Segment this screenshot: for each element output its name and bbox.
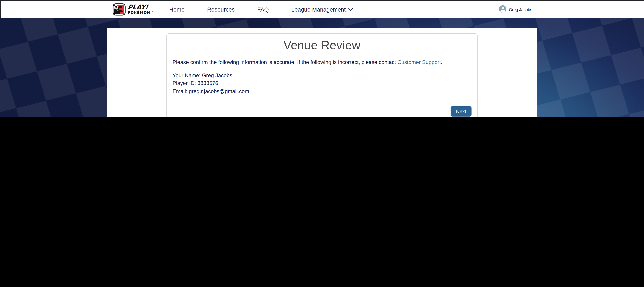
page-title: Venue Review [167,38,477,52]
player-details: Your Name: Greg Jacobs Player ID: 383357… [172,71,472,95]
detail-your-name: Your Name: Greg Jacobs [172,71,472,79]
nav-item-league-management[interactable]: League Management [291,6,353,12]
customer-support-link[interactable]: Customer Support [398,59,441,65]
card-footer: Next [167,102,477,117]
play-pokemon-logo-icon [112,3,126,15]
detail-player-id: Player ID: 3833576 [172,79,472,87]
play-pokemon-wordmark: PLAY! POKÉMON.™ [128,4,154,14]
nav-item-faq[interactable]: FAQ [257,6,269,12]
detail-email: Email: greg.r.jacobs@gmail.com [172,87,472,95]
wordmark-play: PLAY! [127,4,154,10]
nav-item-home[interactable]: Home [169,6,184,12]
user-menu[interactable]: Greg Jacobs [499,1,532,18]
trademark-symbol: ™ [152,11,154,13]
chevron-down-icon [348,7,353,11]
venue-review-card: Venue Review Please confirm the followin… [166,33,478,117]
main-nav: Home Resources FAQ League Management [169,6,352,12]
page: PLAY! POKÉMON.™ Home Resources FAQ Leagu… [0,0,644,117]
checkered-background: Venue Review Please confirm the followin… [0,17,644,117]
user-name: Greg Jacobs [509,7,532,12]
intro-text: Please confirm the following information… [172,58,472,66]
nav-item-resources[interactable]: Resources [207,6,235,12]
avatar [499,5,506,14]
content-panel: Venue Review Please confirm the followin… [107,28,537,117]
play-pokemon-logo[interactable]: PLAY! POKÉMON.™ [112,3,154,15]
next-button[interactable]: Next [451,106,472,117]
top-nav: PLAY! POKÉMON.™ Home Resources FAQ Leagu… [0,0,644,17]
wordmark-pokemon: POKÉMON.™ [128,11,154,14]
